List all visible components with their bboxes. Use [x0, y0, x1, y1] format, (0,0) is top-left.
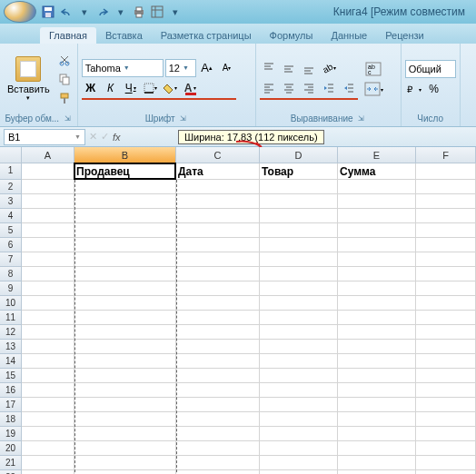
cell[interactable] [22, 325, 74, 340]
cell[interactable] [176, 412, 260, 427]
worksheet-grid[interactable]: ABCDEF 1ПродавецДатаТоварСумма2345678910… [0, 147, 476, 474]
font-name-combo[interactable]: Tahoma▼ [82, 59, 164, 77]
cell[interactable] [22, 267, 74, 281]
cell[interactable]: Дата [176, 163, 260, 180]
cell[interactable] [74, 456, 176, 470]
dialog-launcher-icon[interactable]: ⇲ [357, 114, 366, 123]
cell[interactable] [416, 325, 476, 340]
cell[interactable] [260, 325, 338, 340]
align-left-icon[interactable] [260, 79, 278, 97]
row-header[interactable]: 11 [0, 311, 22, 325]
cell[interactable]: Товар [260, 163, 338, 180]
cell[interactable] [338, 470, 416, 474]
cell[interactable] [74, 383, 176, 398]
cell[interactable] [22, 369, 74, 383]
number-format-combo[interactable]: Общий [405, 60, 456, 78]
cell[interactable] [260, 209, 338, 223]
row-header[interactable]: 15 [0, 369, 22, 383]
cell[interactable] [260, 194, 338, 209]
copy-icon[interactable] [55, 70, 74, 88]
cell[interactable] [260, 267, 338, 281]
cell[interactable] [22, 456, 74, 470]
cell[interactable] [260, 180, 338, 194]
column-header[interactable]: B [74, 147, 176, 163]
cell[interactable] [260, 470, 338, 474]
cell[interactable] [338, 311, 416, 325]
font-size-combo[interactable]: 12▼ [165, 59, 196, 77]
row-header[interactable]: 21 [0, 456, 22, 470]
cell[interactable] [74, 325, 176, 340]
underline-button[interactable]: Ч▾ [122, 79, 140, 97]
cell[interactable] [416, 441, 476, 456]
cell[interactable] [176, 180, 260, 194]
cell[interactable] [416, 398, 476, 412]
save-icon[interactable] [40, 4, 56, 20]
cell[interactable] [176, 281, 260, 296]
cell[interactable] [74, 412, 176, 427]
cell[interactable] [176, 267, 260, 281]
percent-icon[interactable]: % [425, 80, 443, 98]
row-header[interactable]: 3 [0, 194, 22, 209]
align-top-icon[interactable] [260, 59, 278, 77]
row-header[interactable]: 18 [0, 412, 22, 427]
cell[interactable] [260, 311, 338, 325]
cell[interactable] [338, 223, 416, 238]
qat-customize-icon[interactable]: ▾ [167, 4, 183, 20]
cell[interactable] [22, 209, 74, 223]
cell[interactable] [74, 369, 176, 383]
cell[interactable] [338, 238, 416, 252]
cell[interactable] [74, 209, 176, 223]
undo-icon[interactable] [58, 4, 74, 20]
cell[interactable] [416, 427, 476, 441]
format-painter-icon[interactable] [55, 89, 74, 107]
italic-button[interactable]: К [102, 79, 120, 97]
merge-cells-button[interactable]: ▾ [363, 80, 384, 98]
cell[interactable] [416, 311, 476, 325]
cell[interactable] [74, 281, 176, 296]
cell[interactable] [74, 223, 176, 238]
cell[interactable] [176, 427, 260, 441]
cell[interactable] [22, 252, 74, 267]
form-icon[interactable] [149, 4, 165, 20]
fx-icon[interactable]: fx [113, 132, 121, 143]
cell[interactable] [338, 369, 416, 383]
cell[interactable] [338, 354, 416, 369]
cell[interactable] [22, 470, 74, 474]
row-header[interactable]: 16 [0, 383, 22, 398]
cell[interactable] [416, 252, 476, 267]
decrease-indent-icon[interactable] [320, 79, 338, 97]
cell[interactable] [260, 441, 338, 456]
cell[interactable] [22, 398, 74, 412]
row-header[interactable]: 20 [0, 441, 22, 456]
row-header[interactable]: 12 [0, 325, 22, 340]
dialog-launcher-icon[interactable]: ⇲ [63, 114, 72, 123]
row-header[interactable]: 22 [0, 470, 22, 474]
cell[interactable] [176, 252, 260, 267]
row-header[interactable]: 17 [0, 398, 22, 412]
cancel-icon[interactable]: ✕ [89, 131, 97, 143]
cell[interactable] [176, 354, 260, 369]
row-header[interactable]: 9 [0, 281, 22, 296]
row-header[interactable]: 10 [0, 296, 22, 311]
cell[interactable] [74, 470, 176, 474]
cell[interactable] [74, 296, 176, 311]
cell[interactable] [416, 354, 476, 369]
cell[interactable] [22, 340, 74, 354]
cell[interactable] [416, 296, 476, 311]
cell[interactable] [22, 194, 74, 209]
cell[interactable] [176, 194, 260, 209]
cell[interactable] [416, 412, 476, 427]
cell[interactable] [74, 180, 176, 194]
cell[interactable] [338, 340, 416, 354]
cell[interactable] [338, 412, 416, 427]
cell[interactable] [176, 470, 260, 474]
cell[interactable] [338, 456, 416, 470]
cell[interactable] [176, 296, 260, 311]
cell[interactable] [74, 340, 176, 354]
cell[interactable] [416, 369, 476, 383]
cell[interactable] [74, 194, 176, 209]
cell[interactable] [22, 281, 74, 296]
cell[interactable] [74, 398, 176, 412]
cell[interactable] [22, 296, 74, 311]
cell[interactable]: Сумма [338, 163, 416, 180]
